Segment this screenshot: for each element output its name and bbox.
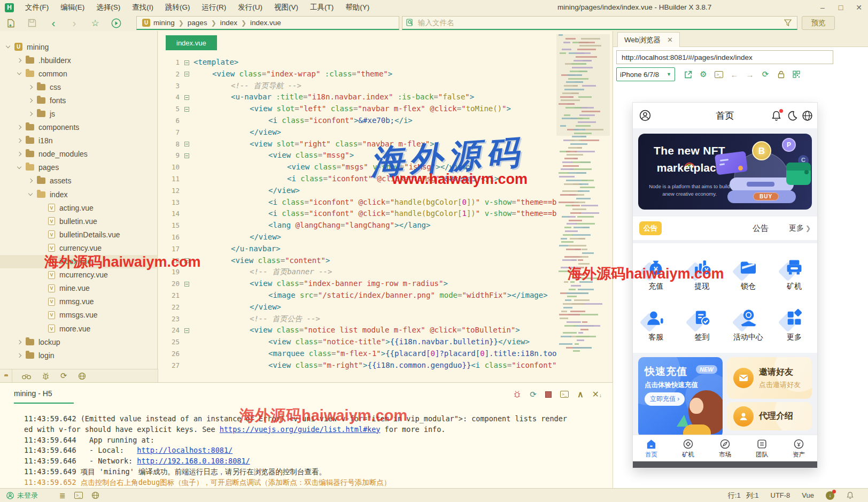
tree-item-i18n[interactable]: i18n <box>0 134 157 148</box>
profile-icon[interactable] <box>639 110 651 121</box>
tree-item-js[interactable]: js <box>0 107 157 120</box>
breadcrumb-item[interactable]: pages <box>188 19 207 27</box>
tree-item-more.vue[interactable]: Vmore.vue <box>0 322 157 335</box>
tree-item-mining[interactable]: Umining <box>0 40 157 53</box>
collapse-icon[interactable]: ∧ <box>577 389 584 399</box>
tree-item-components[interactable]: components <box>0 121 157 134</box>
notice-more-link[interactable]: 更多❯ <box>789 223 811 233</box>
fold-marker[interactable] <box>184 60 189 65</box>
console-link[interactable]: http://192.168.0.108:8081/ <box>137 457 250 465</box>
tree-item-lockup[interactable]: lockup <box>0 335 157 349</box>
minimize-button[interactable]: – <box>813 0 832 15</box>
menu-item-9[interactable]: 帮助(Y) <box>339 0 375 15</box>
tree-item-node_modules[interactable]: node_modules <box>0 148 157 161</box>
tree-chevron[interactable] <box>40 287 43 290</box>
qrcode-icon[interactable] <box>790 67 803 81</box>
search-input[interactable] <box>418 19 784 27</box>
minimap[interactable] <box>559 34 609 378</box>
fold-marker[interactable] <box>184 95 189 100</box>
line-number[interactable]: 1 <box>158 57 180 68</box>
menu-item-6[interactable]: 发行(U) <box>232 0 268 15</box>
line-number[interactable]: 15 <box>158 220 180 231</box>
tree-item-css[interactable]: css <box>0 80 157 94</box>
menu-item-2[interactable]: 选择(S) <box>90 0 126 15</box>
preview-button[interactable]: 预览 <box>802 16 835 30</box>
file-language[interactable]: Vue <box>802 491 814 499</box>
line-number[interactable]: 13 <box>158 197 180 208</box>
tree-chevron[interactable] <box>6 44 10 48</box>
line-number[interactable]: 4 <box>158 91 180 103</box>
notification-bell-icon[interactable] <box>846 491 854 499</box>
code-area[interactable]: 1<template>2<view class="index-wrap" :cl… <box>158 57 557 382</box>
console-tab[interactable]: mining - H5 <box>14 389 74 404</box>
line-number[interactable]: 18 <box>158 255 180 267</box>
tree-item-.hbuilderx[interactable]: .hbuilderx <box>0 53 157 67</box>
line-number[interactable]: 8 <box>158 138 180 150</box>
tab-资产[interactable]: 资产 <box>780 435 817 461</box>
theme-moon-icon[interactable] <box>787 110 798 121</box>
menu-item-4[interactable]: 跳转(G) <box>159 0 196 15</box>
file-search-box[interactable] <box>402 16 797 30</box>
tree-item-bulletinDetails.vue[interactable]: VbulletinDetails.vue <box>0 228 157 241</box>
binoculars-icon[interactable] <box>22 373 31 380</box>
tree-chevron[interactable] <box>28 179 33 183</box>
restart-icon[interactable]: ⟳ <box>530 390 537 399</box>
status-globe-icon[interactable] <box>91 491 99 499</box>
grid-item-客服[interactable]: 客服 <box>633 302 679 352</box>
tree-chevron[interactable] <box>17 165 21 169</box>
fold-marker[interactable] <box>184 72 189 76</box>
tree-chevron[interactable] <box>40 300 43 303</box>
line-number[interactable]: 22 <box>158 302 180 313</box>
tree-chevron[interactable] <box>17 71 21 75</box>
notification-icon[interactable] <box>771 110 782 121</box>
tree-chevron[interactable] <box>17 58 21 62</box>
open-external-icon[interactable] <box>681 67 694 81</box>
outline-icon[interactable]: ≣ <box>59 491 66 500</box>
tree-chevron[interactable] <box>40 273 43 276</box>
tree-chevron[interactable] <box>40 246 43 250</box>
agent-intro-card[interactable]: 代理介绍 <box>727 402 812 430</box>
menu-item-5[interactable]: 运行(R) <box>196 0 232 15</box>
menu-item-8[interactable]: 工具(T) <box>304 0 339 15</box>
tree-chevron[interactable] <box>17 353 21 357</box>
nav-forward-icon[interactable]: → <box>743 67 756 81</box>
line-number[interactable]: 27 <box>158 360 180 372</box>
tree-item-common[interactable]: common <box>0 67 157 80</box>
invite-friends-card[interactable]: 邀请好友 点击邀请好友 <box>727 357 812 399</box>
grid-item-矿机[interactable]: 矿机 <box>771 251 817 302</box>
tree-chevron[interactable] <box>28 85 33 89</box>
star-icon[interactable]: ☆ <box>89 17 102 29</box>
globe-icon[interactable] <box>78 372 86 380</box>
menu-item-7[interactable]: 视图(V) <box>268 0 304 15</box>
line-number[interactable]: 5 <box>158 103 180 115</box>
tree-item-mmsg.vue[interactable]: Vmmsg.vue <box>0 295 157 308</box>
fold-marker[interactable] <box>184 258 189 263</box>
nft-banner[interactable]: The new NFT marketplace Node is a platfo… <box>638 134 812 210</box>
line-number[interactable]: 21 <box>158 290 180 302</box>
line-number[interactable]: 12 <box>158 185 180 197</box>
tree-item-assets[interactable]: assets <box>0 174 157 188</box>
line-number[interactable]: 16 <box>158 231 180 243</box>
line-number[interactable]: 14 <box>158 208 180 220</box>
back-icon[interactable]: ‹ <box>47 17 60 29</box>
run-icon[interactable] <box>110 17 122 29</box>
tree-item-currency.vue[interactable]: Vcurrency.vue <box>0 241 157 254</box>
stop-icon[interactable] <box>545 391 552 398</box>
fold-marker[interactable] <box>184 282 189 287</box>
tree-item-acting.vue[interactable]: Vacting.vue <box>0 201 157 214</box>
grid-item-提现[interactable]: ¥提现 <box>679 251 725 302</box>
status-terminal-icon[interactable]: >_ <box>74 492 83 499</box>
device-selector[interactable]: iPhone 6/7/8▼ <box>616 67 675 81</box>
tree-chevron[interactable] <box>17 152 21 156</box>
fold-marker[interactable] <box>184 107 189 112</box>
tree-chevron[interactable] <box>17 125 21 129</box>
close-button[interactable]: ✕ <box>850 0 868 15</box>
grid-item-活动中心[interactable]: 活动中心 <box>725 302 771 352</box>
forward-icon[interactable]: › <box>68 17 81 29</box>
fold-marker[interactable] <box>184 153 189 158</box>
tree-item-index.vue[interactable]: Vindex.vue <box>0 255 157 268</box>
grid-item-充值[interactable]: ¥充值 <box>633 251 679 302</box>
tree-item-bulletin.vue[interactable]: Vbulletin.vue <box>0 214 157 228</box>
reload-icon[interactable]: ⟳ <box>759 67 772 81</box>
breadcrumb[interactable]: U mining❯pages❯index❯index.vue <box>136 16 399 30</box>
